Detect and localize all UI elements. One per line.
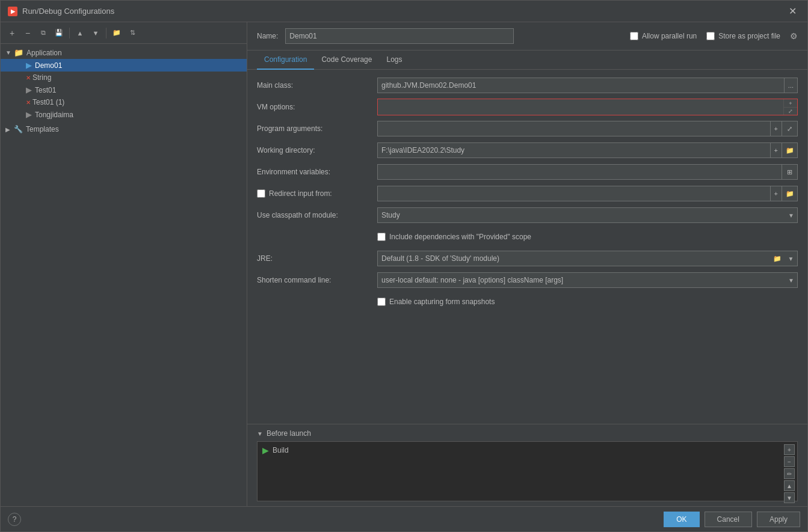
vm-options-expand-button[interactable]: ⤢	[784, 107, 797, 115]
title-bar: ▶ Run/Debug Configurations ✕	[1, 1, 807, 22]
main-class-input[interactable]	[377, 78, 785, 93]
run-icon: ▶	[26, 61, 32, 70]
allow-parallel-label[interactable]: Allow parallel run	[630, 32, 697, 40]
main-content: + − ⧉ 💾 ▲ ▼ 📁 ⇅ ▼ 📁 Application	[1, 22, 807, 506]
redirect-add-button[interactable]: +	[771, 186, 782, 201]
launch-list: ▶ Build + − ✏ ▲ ▼	[257, 441, 798, 501]
working-dir-label: Working directory:	[257, 146, 377, 154]
build-label: Build	[273, 446, 289, 454]
sort-button[interactable]: ⇅	[126, 26, 139, 40]
working-dir-add-button[interactable]: +	[771, 142, 782, 158]
tree-templates-group[interactable]: ▶ 🔧 Templates	[1, 123, 247, 135]
jre-dropdown-button[interactable]: ▼	[785, 251, 798, 266]
jre-browse-button[interactable]: 📁	[770, 251, 785, 266]
capture-snapshots-checkbox[interactable]	[377, 298, 386, 306]
working-dir-row: Working directory: + 📁	[257, 142, 798, 159]
cancel-button[interactable]: Cancel	[705, 512, 752, 527]
tree-item-tongjidaima[interactable]: ▶ Tongjidaima	[1, 108, 247, 121]
main-class-browse-button[interactable]: ...	[785, 78, 798, 93]
store-project-label[interactable]: Store as project file	[706, 32, 780, 40]
program-args-row: Program arguments: + ⤢	[257, 120, 798, 137]
tab-configuration[interactable]: Configuration	[257, 50, 314, 70]
tree-item-demo01[interactable]: ▶ Demo01	[1, 59, 247, 72]
tab-code-coverage[interactable]: Code Coverage	[314, 50, 379, 70]
classpath-select[interactable]: Study	[377, 207, 798, 223]
shorten-row: Shorten command line: user-local default…	[257, 272, 798, 289]
remove-button[interactable]: −	[21, 26, 34, 40]
env-vars-row: Environment variables: ⊞	[257, 164, 798, 180]
redirect-input-field[interactable]	[377, 186, 771, 201]
tree-item-test01-1[interactable]: ✕ Test01 (1)	[1, 96, 247, 108]
tree-application-group[interactable]: ▼ 📁 Application	[1, 46, 247, 59]
main-class-label: Main class:	[257, 81, 377, 90]
redirect-input-group: + 📁	[377, 186, 798, 201]
tabs-row: Configuration Code Coverage Logs	[247, 50, 807, 70]
gear-icon[interactable]: ⚙	[790, 31, 798, 41]
tree-item-label: Demo01	[35, 61, 62, 70]
program-args-expand-button[interactable]: ⤢	[782, 121, 798, 136]
env-vars-input-group: ⊞	[377, 164, 798, 180]
store-project-checkbox[interactable]	[706, 32, 715, 40]
env-vars-edit-button[interactable]: ⊞	[782, 164, 798, 180]
allow-parallel-checkbox[interactable]	[630, 32, 638, 40]
name-row: Name: Allow parallel run Store as projec…	[247, 22, 807, 50]
jre-input[interactable]	[377, 251, 770, 266]
build-launch-item[interactable]: ▶ Build	[260, 444, 291, 456]
launch-add-button[interactable]: +	[784, 444, 795, 455]
add-button[interactable]: +	[5, 26, 19, 40]
jre-row: JRE: 📁 ▼	[257, 250, 798, 267]
help-button[interactable]: ?	[8, 513, 21, 526]
env-vars-input[interactable]	[377, 164, 782, 180]
toolbar-separator2	[106, 28, 106, 38]
include-deps-label[interactable]: Include dependencies with "Provided" sco…	[377, 233, 531, 241]
vm-options-add-button[interactable]: +	[784, 99, 797, 107]
tree-item-label: Test01 (1)	[32, 98, 64, 106]
redirect-folder-button[interactable]: 📁	[782, 186, 798, 201]
ok-button[interactable]: OK	[664, 512, 699, 527]
redirect-input-checkbox[interactable]	[257, 189, 265, 198]
tab-logs[interactable]: Logs	[379, 50, 409, 70]
include-deps-checkbox[interactable]	[377, 233, 386, 241]
capture-snapshots-row: Enable capturing form snapshots	[257, 293, 798, 310]
toolbar-separator	[69, 28, 70, 38]
apply-button[interactable]: Apply	[757, 512, 800, 527]
capture-snapshots-label[interactable]: Enable capturing form snapshots	[377, 298, 495, 306]
tree-item-string[interactable]: ✕ String	[1, 72, 247, 84]
redirect-input-row: Redirect input from: + 📁	[257, 185, 798, 202]
close-button[interactable]: ✕	[785, 4, 800, 18]
program-args-add-button[interactable]: +	[771, 121, 782, 136]
collapse-arrow: ▼	[5, 49, 13, 56]
launch-side-buttons: + − ✏ ▲ ▼	[782, 442, 797, 506]
form-area: Main class: ... VM options: + ⤢	[247, 70, 807, 424]
classpath-select-wrapper: Study ▼	[377, 207, 798, 223]
launch-remove-button[interactable]: −	[784, 456, 795, 467]
launch-edit-button[interactable]: ✏	[784, 468, 795, 479]
tree-item-test01[interactable]: ▶ Test01	[1, 84, 247, 96]
jre-label: JRE:	[257, 254, 377, 263]
left-panel: + − ⧉ 💾 ▲ ▼ 📁 ⇅ ▼ 📁 Application	[1, 22, 247, 506]
folder-button[interactable]: 📁	[110, 26, 123, 40]
launch-down-button[interactable]: ▼	[784, 492, 795, 503]
build-icon: ▶	[262, 445, 269, 455]
error-icon: ✕	[26, 75, 31, 81]
tree-item-label: String	[32, 73, 51, 82]
expand-arrow: ▶	[5, 126, 13, 133]
classpath-label: Use classpath of module:	[257, 211, 377, 219]
vm-options-label: VM options:	[257, 103, 377, 111]
copy-button[interactable]: ⧉	[37, 26, 50, 40]
before-launch-header[interactable]: ▼ Before launch	[257, 429, 798, 438]
program-args-input[interactable]	[377, 121, 771, 136]
save-button[interactable]: 💾	[52, 26, 66, 40]
vm-options-input[interactable]	[378, 99, 783, 115]
before-launch-arrow: ▼	[257, 430, 263, 437]
shorten-label: Shorten command line:	[257, 276, 377, 284]
launch-up-button[interactable]: ▲	[784, 480, 795, 491]
working-dir-folder-button[interactable]: 📁	[782, 142, 798, 158]
move-down-button[interactable]: ▼	[89, 26, 102, 40]
working-dir-input[interactable]	[377, 142, 771, 158]
title-bar-text: Run/Debug Configurations	[22, 7, 785, 16]
move-up-button[interactable]: ▲	[73, 26, 87, 40]
name-input[interactable]	[285, 28, 514, 44]
templates-icon: 🔧	[14, 125, 23, 133]
shorten-select[interactable]: user-local default: none - java [options…	[377, 272, 798, 288]
